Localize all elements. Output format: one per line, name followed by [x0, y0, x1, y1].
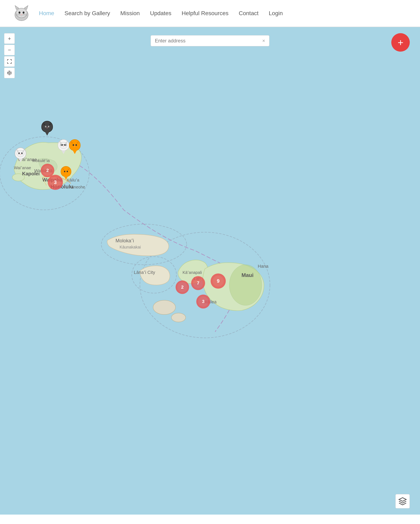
cat-pin-orange[interactable] — [69, 139, 80, 154]
svg-point-5 — [23, 11, 24, 14]
svg-text:Kāneohe: Kāneohe — [69, 185, 85, 189]
svg-point-1 — [16, 8, 27, 18]
cat-pin-grey[interactable] — [15, 148, 26, 162]
cat-pin-white[interactable] — [58, 139, 69, 154]
zoom-out-button[interactable]: − — [4, 45, 15, 55]
cluster-7-maui[interactable]: 7 — [191, 276, 205, 290]
svg-point-62 — [76, 144, 77, 146]
svg-point-46 — [45, 126, 46, 127]
svg-point-37 — [9, 72, 10, 74]
svg-point-61 — [73, 144, 74, 146]
nav-home[interactable]: Home — [39, 10, 54, 17]
nav-helpful-resources[interactable]: Helpful Resources — [182, 10, 228, 17]
svg-point-6 — [21, 14, 22, 15]
svg-text:Maui: Maui — [242, 272, 254, 278]
svg-point-78 — [67, 171, 68, 172]
svg-point-54 — [63, 146, 64, 147]
nav-updates[interactable]: Updates — [150, 10, 171, 17]
cluster-2-maui[interactable]: 2 — [175, 280, 189, 294]
header: Home Search by Gallery Mission Updates H… — [0, 0, 420, 27]
nav-mission[interactable]: Mission — [120, 10, 140, 17]
zoom-in-button[interactable]: + — [4, 33, 15, 44]
nav-login[interactable]: Login — [269, 10, 283, 17]
nav-search-by-gallery[interactable]: Search by Gallery — [65, 10, 110, 17]
cluster-3-maui[interactable]: 3 — [196, 295, 210, 308]
svg-point-48 — [47, 128, 48, 128]
main-nav: Home Search by Gallery Mission Updates H… — [39, 10, 283, 17]
svg-point-63 — [74, 146, 75, 147]
svg-point-17 — [229, 265, 262, 305]
svg-point-18 — [153, 300, 175, 314]
nav-contact[interactable]: Contact — [239, 10, 259, 17]
svg-text:Waiʻanae: Waiʻanae — [14, 166, 31, 170]
address-input[interactable] — [155, 38, 262, 44]
svg-point-19 — [172, 313, 186, 322]
add-button[interactable]: + — [391, 33, 410, 52]
map-background: Waiʻanae Kapolei Waiʻanae Mokulēʻia Wahi… — [0, 27, 420, 515]
svg-text:Molokaʻi: Molokaʻi — [115, 238, 134, 243]
svg-point-77 — [64, 171, 65, 172]
svg-point-47 — [48, 126, 49, 127]
cat-pin-orange2[interactable] — [61, 166, 71, 180]
logo-icon — [12, 4, 31, 23]
svg-point-4 — [19, 11, 20, 14]
map-container: Waiʻanae Kapolei Waiʻanae Mokulēʻia Wahi… — [0, 27, 420, 515]
locate-button[interactable] — [4, 68, 15, 78]
cluster-9-maui[interactable]: 9 — [211, 273, 226, 289]
svg-text:Lānaʻi City: Lānaʻi City — [134, 270, 155, 275]
cat-pin-dark[interactable] — [41, 121, 53, 136]
fullscreen-button[interactable] — [4, 56, 15, 67]
svg-point-69 — [20, 154, 21, 155]
layer-button[interactable] — [395, 494, 410, 508]
svg-text:Mokulēʻia: Mokulēʻia — [32, 158, 50, 163]
svg-marker-79 — [399, 498, 406, 501]
search-bar: × — [151, 35, 269, 46]
svg-text:Hana: Hana — [258, 264, 269, 269]
map-controls: + − — [4, 33, 15, 78]
svg-text:Kāunakakai: Kāunakakai — [120, 245, 141, 249]
search-clear-button[interactable]: × — [262, 38, 265, 44]
svg-text:Kāʻanapali: Kāʻanapali — [183, 270, 202, 275]
